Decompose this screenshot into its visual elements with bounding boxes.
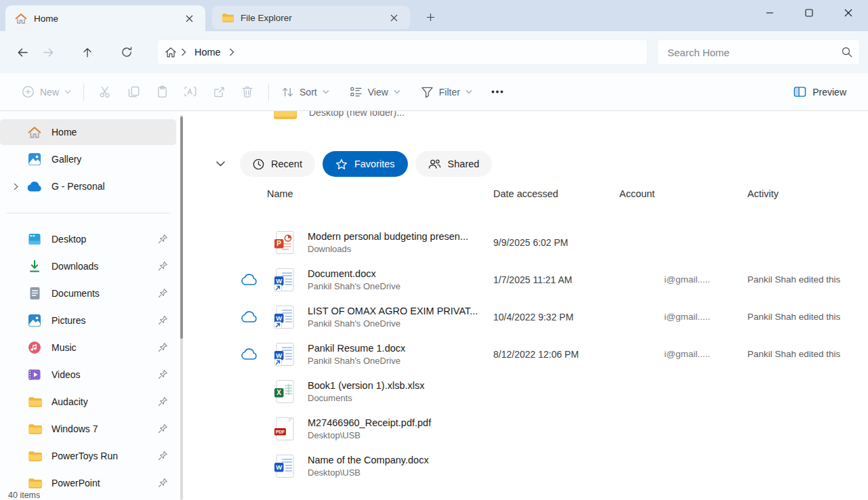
column-header-name[interactable]: Name <box>267 188 493 199</box>
file-name: Modern personal budgeting presen... <box>308 231 493 242</box>
tab-home-close-icon[interactable] <box>181 10 197 26</box>
chevron-down-icon <box>466 89 472 94</box>
breadcrumb-chevron-icon[interactable] <box>181 48 186 56</box>
downloads-icon <box>26 259 43 273</box>
up-button[interactable] <box>75 40 100 64</box>
tab-file-explorer-close-icon[interactable] <box>386 9 402 26</box>
sidebar-item-windows-7[interactable]: Windows 7 <box>0 416 176 442</box>
svg-text:W: W <box>276 463 282 471</box>
sort-button-label: Sort <box>299 87 317 98</box>
file-date: 8/12/2022 12:06 PM <box>493 349 619 360</box>
pin-icon <box>158 234 168 244</box>
search-icon[interactable] <box>842 47 852 58</box>
scrollbar-thumb[interactable] <box>180 117 183 339</box>
sidebar-item-desktop[interactable]: Desktop <box>0 226 176 252</box>
sort-button[interactable]: Sort <box>276 79 335 106</box>
sidebar-item-powertoys-run[interactable]: PowerToys Run <box>0 443 176 469</box>
refresh-button[interactable] <box>114 40 140 64</box>
minimize-button[interactable] <box>750 0 789 26</box>
cutoff-file-row[interactable]: Desktop (new folder)... <box>272 111 405 121</box>
sidebar-item-gallery[interactable]: Gallery <box>0 146 176 172</box>
forward-button[interactable] <box>35 40 61 64</box>
column-header-account[interactable]: Account <box>619 188 747 199</box>
pill-favorites[interactable]: Favorites <box>323 151 408 177</box>
window-controls <box>750 0 868 26</box>
table-row[interactable]: W Name of the Company.docx Desktop\USB <box>186 447 868 484</box>
close-button[interactable] <box>829 0 868 26</box>
collapse-section-chevron-icon[interactable] <box>210 154 230 174</box>
sidebar-item-g-personal[interactable]: G - Personal <box>0 173 176 199</box>
file-name: M27466960_Receipt.pdf.pdf <box>308 417 493 428</box>
sidebar-item-videos[interactable]: Videos <box>0 362 176 388</box>
filter-button[interactable]: Filter <box>415 79 478 106</box>
file-list-panel: Desktop (new folder)... Recent <box>186 111 868 500</box>
file-activity: Pankil Shah edited this <box>747 274 868 285</box>
sidebar-item-label: Documents <box>51 288 100 299</box>
sidebar-item-home[interactable]: Home <box>0 119 176 145</box>
tab-file-explorer[interactable]: File Explorer <box>212 6 410 29</box>
search-input[interactable] <box>667 47 842 58</box>
folder-icon <box>26 423 43 435</box>
gallery-icon <box>26 152 43 166</box>
svg-text:PDF: PDF <box>276 429 285 434</box>
delete-button[interactable] <box>233 79 262 106</box>
sidebar-item-audacity[interactable]: Audacity <box>0 389 176 415</box>
file-name: Book1 (version 1).xlsb.xlsx <box>308 380 493 391</box>
rename-button[interactable] <box>176 79 205 106</box>
pdf-file-icon: PDF <box>260 417 308 441</box>
sidebar-item-music[interactable]: Music <box>0 335 176 360</box>
file-name: Name of the Company.docx <box>308 455 493 465</box>
maximize-button[interactable] <box>789 0 829 26</box>
file-date: 10/4/2022 9:32 PM <box>493 312 619 322</box>
share-button[interactable] <box>205 79 233 106</box>
file-explorer-window: Home File Explorer <box>0 0 868 500</box>
view-button[interactable]: View <box>344 79 406 106</box>
file-location: Downloads <box>308 244 493 254</box>
tab-home[interactable]: Home <box>5 5 205 31</box>
sidebar-item-documents[interactable]: Documents <box>0 280 176 306</box>
breadcrumb-segment-home[interactable]: Home <box>190 47 225 58</box>
cut-button[interactable] <box>91 79 119 106</box>
expand-chevron-icon[interactable] <box>8 183 23 190</box>
file-rows: P Modern personal budgeting presen... Do… <box>186 224 868 484</box>
pill-shared[interactable]: Shared <box>415 151 493 177</box>
address-bar[interactable]: Home <box>157 39 648 65</box>
sidebar-item-pictures[interactable]: Pictures <box>0 308 176 333</box>
more-button[interactable] <box>483 79 512 106</box>
sidebar-scrollbar[interactable] <box>178 111 186 500</box>
search-box[interactable] <box>657 39 860 65</box>
desktop-icon <box>26 232 43 246</box>
table-row[interactable]: W Pankil Resume 1.docx Pankil Shah's One… <box>186 335 868 373</box>
command-toolbar: New Sort View <box>0 73 868 111</box>
svg-text:X: X <box>276 389 281 396</box>
navigation-sidebar: Home Gallery G - Personal <box>0 111 178 500</box>
word-file-icon: W <box>260 454 308 478</box>
breadcrumb-chevron-icon[interactable] <box>229 48 234 56</box>
sidebar-item-downloads[interactable]: Downloads <box>0 253 176 279</box>
status-bar-item-count: 40 items <box>8 491 40 500</box>
tab-file-explorer-label: File Explorer <box>241 13 379 23</box>
navigation-bar: Home <box>0 31 868 73</box>
breadcrumb-home-icon[interactable] <box>165 47 177 58</box>
preview-pane-icon <box>793 86 806 98</box>
new-button[interactable]: New <box>16 79 77 106</box>
folder-icon <box>26 478 43 489</box>
new-tab-button[interactable] <box>419 6 441 28</box>
table-row[interactable]: PDF M27466960_Receipt.pdf.pdf Desktop\US… <box>186 410 868 447</box>
copy-button[interactable] <box>119 79 148 106</box>
svg-text:W: W <box>276 352 282 359</box>
table-row[interactable]: P Modern personal budgeting presen... Do… <box>186 224 868 261</box>
preview-button[interactable]: Preview <box>788 79 857 106</box>
table-row[interactable]: W LIST OF OMAX AGRO EXIM PRIVAT... Panki… <box>186 298 868 335</box>
table-row[interactable]: X Book1 (version 1).xlsb.xlsx Documents <box>186 373 868 410</box>
table-row[interactable]: W Document.docx Pankil Shah's OneDrive 1… <box>186 261 868 298</box>
sidebar-item-label: Pictures <box>51 315 86 326</box>
pill-recent[interactable]: Recent <box>240 151 315 177</box>
onedrive-icon <box>26 182 43 192</box>
file-account: i@gmail..... <box>619 312 747 322</box>
column-header-date-accessed[interactable]: Date accessed <box>493 188 619 199</box>
pin-icon <box>158 315 168 325</box>
paste-button[interactable] <box>148 79 176 106</box>
column-header-activity[interactable]: Activity <box>747 188 868 199</box>
back-button[interactable] <box>9 40 35 64</box>
